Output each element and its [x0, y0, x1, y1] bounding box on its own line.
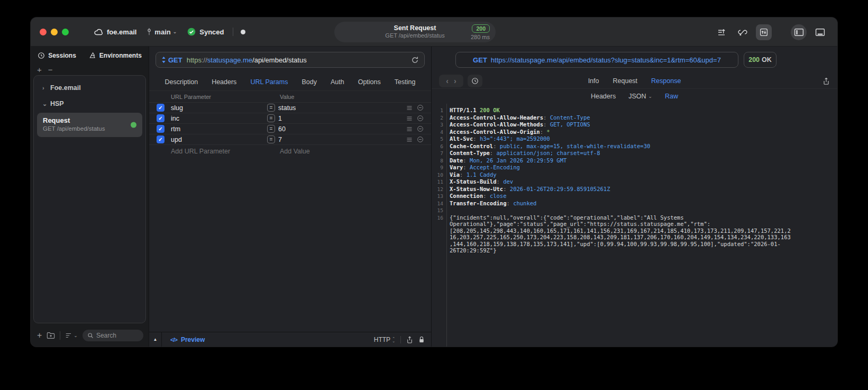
- send-receive-button[interactable]: [756, 24, 772, 40]
- zoom-window-button[interactable]: [62, 29, 69, 35]
- tab-url-params[interactable]: URL Params: [250, 78, 288, 86]
- param-name-field[interactable]: slug: [171, 104, 261, 112]
- sidebar-tabs: Sessions Environments: [31, 47, 149, 65]
- sync-label: Synced: [199, 28, 224, 36]
- request-success-indicator: [131, 122, 136, 128]
- sidebar-group-foe-email[interactable]: › Foe.email: [34, 80, 145, 96]
- forward-button[interactable]: ›: [454, 77, 456, 85]
- param-options-icon[interactable]: [406, 137, 413, 142]
- param-checkbox[interactable]: ✓: [157, 104, 165, 112]
- tab-request[interactable]: Request: [613, 77, 638, 85]
- tab-info[interactable]: Info: [588, 77, 599, 85]
- param-name-field[interactable]: rtm: [171, 125, 261, 133]
- desktop: foe.email main ⌄ Synced Sent Request: [0, 0, 868, 390]
- param-options-icon[interactable]: [406, 105, 413, 111]
- chevron-down-icon: ⌄: [648, 94, 653, 99]
- branch-name: main: [154, 28, 170, 36]
- response-line: 1 HTTP/1.1 200 OK: [432, 107, 837, 114]
- add-url-parameter-button[interactable]: Add URL Parameter: [171, 148, 261, 155]
- subtab-raw[interactable]: Raw: [665, 93, 678, 100]
- tab-description[interactable]: Description: [165, 78, 198, 86]
- box-arrows-icon: [759, 28, 769, 37]
- search-input[interactable]: [96, 332, 139, 339]
- param-name-field[interactable]: upd: [171, 136, 261, 143]
- request-tabs: Description Headers URL Params Body Auth…: [149, 73, 431, 91]
- request-list-order-button[interactable]: [714, 24, 729, 40]
- export-response-icon[interactable]: [823, 77, 830, 85]
- tab-body[interactable]: Body: [301, 78, 317, 86]
- response-nav-row: ‹ › Info Request Response: [432, 73, 837, 89]
- duration-label: 280 ms: [471, 34, 490, 40]
- close-window-button[interactable]: [40, 29, 47, 35]
- param-row-upd: ✓ upd =7: [149, 134, 431, 145]
- subtab-headers[interactable]: Headers: [591, 93, 616, 100]
- sidebar-request-item[interactable]: Request GET /api/embed/status: [37, 113, 142, 137]
- param-name-field[interactable]: inc: [171, 115, 261, 122]
- add-value-button[interactable]: Add Value: [267, 148, 395, 155]
- param-value-field[interactable]: 60: [278, 125, 286, 133]
- tab-options[interactable]: Options: [358, 78, 381, 86]
- branch-selector[interactable]: main ⌄: [146, 28, 177, 36]
- param-checkbox[interactable]: ✓: [157, 114, 165, 122]
- sidebar-search[interactable]: [83, 330, 143, 341]
- tab-environments[interactable]: Environments: [89, 52, 142, 59]
- remove-param-icon[interactable]: [417, 125, 424, 132]
- param-checkbox[interactable]: ✓: [157, 135, 165, 143]
- sidebar-group-hsp[interactable]: ⌄ HSP: [34, 96, 145, 112]
- param-options-icon[interactable]: [406, 116, 413, 121]
- response-line: 3 Access-Control-Allow-Methods: GET, OPT…: [432, 121, 837, 129]
- history-clock-icon: [471, 77, 479, 85]
- tab-headers[interactable]: Headers: [212, 78, 236, 86]
- remove-session-button[interactable]: −: [48, 65, 53, 74]
- remove-param-icon[interactable]: [417, 115, 424, 122]
- history-button[interactable]: [468, 75, 482, 87]
- equals-chip: =: [267, 114, 275, 122]
- toggle-bottom-panel-button[interactable]: [812, 24, 828, 40]
- new-folder-button[interactable]: [47, 332, 55, 339]
- resend-request-button[interactable]: [411, 56, 419, 64]
- tab-auth[interactable]: Auth: [331, 78, 344, 86]
- url-params-table: URL Parameter Value ✓ slug =status: [149, 91, 431, 332]
- titlebar-divider: [233, 28, 233, 36]
- response-line: 5 Alt-Svc: h3=":443"; ma=2592000: [432, 135, 837, 143]
- tab-response[interactable]: Response: [651, 77, 681, 85]
- column-value: Value: [267, 94, 395, 100]
- method-select-icon[interactable]: [161, 56, 166, 64]
- display-options-button[interactable]: ⌄: [65, 332, 78, 339]
- lock-icon[interactable]: [418, 336, 425, 343]
- toggle-left-sidebar-button[interactable]: [791, 24, 807, 40]
- sync-status[interactable]: Synced: [187, 28, 224, 36]
- share-icon[interactable]: [406, 335, 413, 343]
- param-value-field[interactable]: status: [278, 104, 296, 112]
- param-value-field[interactable]: 1: [278, 115, 282, 122]
- expand-console-button[interactable]: ▲: [149, 332, 162, 347]
- remove-param-icon[interactable]: [417, 104, 424, 111]
- param-options-icon[interactable]: [406, 126, 413, 132]
- new-request-button[interactable]: +: [37, 331, 42, 340]
- param-row-inc: ✓ inc =1: [149, 113, 431, 124]
- status-code-badge: 200: [472, 24, 490, 33]
- code-icon: </>: [170, 337, 177, 343]
- response-body-line: 16 {"incidents":null,"overall":{"code":"…: [432, 214, 837, 254]
- subtab-json[interactable]: JSON ⌄: [628, 93, 652, 100]
- tab-sessions[interactable]: Sessions: [38, 52, 76, 59]
- protocol-select[interactable]: HTTP ⌃⌄: [374, 336, 395, 343]
- add-session-button[interactable]: +: [37, 65, 42, 74]
- param-value-field[interactable]: 7: [278, 136, 282, 143]
- response-url-bar[interactable]: GET https://statuspage.me/api/embed/stat…: [455, 52, 738, 68]
- param-checkbox[interactable]: ✓: [157, 125, 165, 133]
- response-raw-view[interactable]: 1 HTTP/1.1 200 OK 2 Access-Control-Allow…: [432, 104, 837, 347]
- preview-button[interactable]: </> Preview: [170, 336, 205, 343]
- proxy-loop-button[interactable]: [735, 24, 751, 40]
- project-menu[interactable]: foe.email: [94, 28, 136, 36]
- minimize-window-button[interactable]: [51, 29, 58, 35]
- active-request-capsule[interactable]: Sent Request GET /api/embed/status 200 2…: [334, 22, 496, 42]
- equals-chip: =: [267, 135, 275, 143]
- back-button[interactable]: ‹: [446, 77, 449, 85]
- remove-param-icon[interactable]: [417, 136, 424, 143]
- request-url-bar[interactable]: GET https://statuspage.me/api/embed/stat…: [156, 52, 425, 68]
- response-status-text: OK: [762, 56, 772, 64]
- request-method[interactable]: GET: [168, 56, 182, 64]
- clock-icon: [38, 52, 45, 59]
- tab-testing[interactable]: Testing: [395, 78, 416, 86]
